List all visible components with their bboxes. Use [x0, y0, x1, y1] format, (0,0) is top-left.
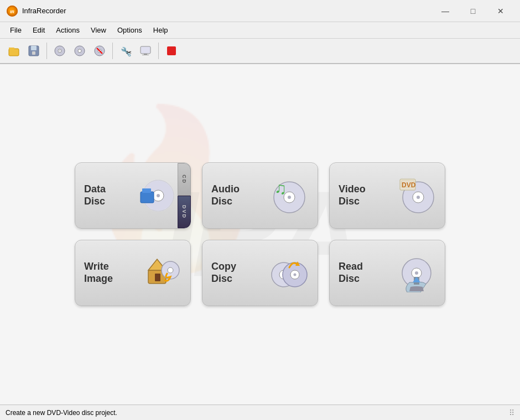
menu-item-view[interactable]: View	[85, 24, 112, 36]
status-message: Create a new DVD-Video disc project.	[6, 409, 117, 417]
window-controls: — □ ✕	[433, 3, 513, 19]
svg-point-31	[288, 196, 291, 199]
svg-rect-20	[144, 54, 147, 55]
menu-item-help[interactable]: Help	[148, 24, 174, 36]
disc-format-tabs: CDDVD	[178, 163, 191, 228]
title-bar-left: IR InfraRecorder	[7, 6, 66, 17]
svg-point-52	[415, 271, 418, 275]
svg-point-42	[168, 267, 173, 273]
minimize-button[interactable]: —	[433, 3, 458, 19]
svg-point-13	[78, 49, 81, 53]
audio-disc-button[interactable]: AudioDisc ♫	[202, 162, 318, 229]
svg-rect-4	[9, 49, 19, 56]
copy-disc-button[interactable]: CopyDisc	[202, 240, 318, 306]
write-image-button[interactable]: WriteImage	[75, 240, 191, 306]
write-image-icon	[143, 254, 181, 292]
separator3	[158, 43, 159, 59]
title-bar: IR InfraRecorder — □ ✕	[0, 0, 520, 22]
audio-disc-label: AudioDisc	[211, 183, 264, 207]
svg-rect-28	[142, 188, 151, 193]
read-disc-button[interactable]: ReadDisc	[329, 240, 445, 306]
status-bar: Create a new DVD-Video disc project. ⠿	[0, 405, 520, 420]
close-window-button[interactable]: ✕	[488, 3, 513, 19]
svg-text:♫: ♫	[274, 179, 287, 197]
svg-point-48	[294, 274, 297, 276]
menu-item-actions[interactable]: Actions	[50, 24, 85, 36]
svg-rect-19	[141, 46, 150, 54]
disc-write-button[interactable]	[50, 41, 69, 60]
resize-grip: ⠿	[509, 408, 514, 417]
menu-item-edit[interactable]: Edit	[27, 24, 50, 36]
menu-item-options[interactable]: Options	[112, 24, 148, 36]
write-image-label: WriteImage	[84, 261, 137, 285]
video-disc-button[interactable]: VideoDisc DVD	[329, 162, 445, 229]
separator2	[112, 43, 113, 59]
svg-point-11	[59, 50, 60, 51]
menu-bar: FileEditActionsViewOptionsHelp	[0, 22, 520, 39]
open-button[interactable]	[4, 41, 23, 60]
separator	[46, 43, 47, 59]
main-content: 🔥 IRA DataDisc CDDVDAudioDisc ♫ VideoDis…	[0, 64, 520, 405]
svg-rect-7	[31, 46, 37, 50]
dvd-tab: DVD	[178, 196, 191, 228]
disc-erase-button[interactable]	[90, 41, 109, 60]
read-disc-icon	[397, 254, 436, 292]
data-disc-button[interactable]: DataDisc CDDVD	[75, 162, 191, 229]
app-title: InfraRecorder	[22, 7, 66, 15]
buttons-grid: DataDisc CDDVDAudioDisc ♫ VideoDisc	[75, 162, 445, 306]
svg-rect-5	[9, 48, 14, 49]
svg-point-35	[417, 196, 420, 199]
maximize-button[interactable]: □	[460, 3, 486, 19]
disc-button2[interactable]	[70, 41, 89, 60]
svg-rect-22	[167, 46, 176, 55]
stop-button[interactable]	[162, 41, 181, 60]
copy-disc-label: CopyDisc	[211, 261, 264, 285]
svg-rect-27	[141, 192, 154, 203]
svg-text:✂: ✂	[126, 49, 132, 56]
menu-item-file[interactable]: File	[4, 24, 27, 36]
svg-rect-40	[155, 274, 160, 281]
svg-rect-8	[32, 51, 35, 55]
svg-rect-21	[142, 55, 149, 55]
copy-disc-icon	[270, 254, 309, 292]
svg-text:IR: IR	[10, 9, 14, 14]
svg-point-25	[157, 194, 160, 197]
cd-tab: CD	[178, 163, 191, 196]
audio-disc-icon: ♫	[270, 176, 309, 215]
save-button[interactable]	[24, 41, 43, 60]
video-disc-icon: DVD	[397, 176, 436, 215]
read-disc-label: ReadDisc	[339, 261, 392, 285]
video-disc-label: VideoDisc	[339, 183, 392, 207]
toolbar: 🔧✂	[0, 39, 520, 64]
monitor-button[interactable]	[136, 41, 155, 60]
app-icon: IR	[7, 6, 18, 17]
settings-button[interactable]: 🔧✂	[116, 41, 135, 60]
data-disc-icon	[136, 176, 175, 215]
data-disc-label: DataDisc	[84, 183, 131, 207]
